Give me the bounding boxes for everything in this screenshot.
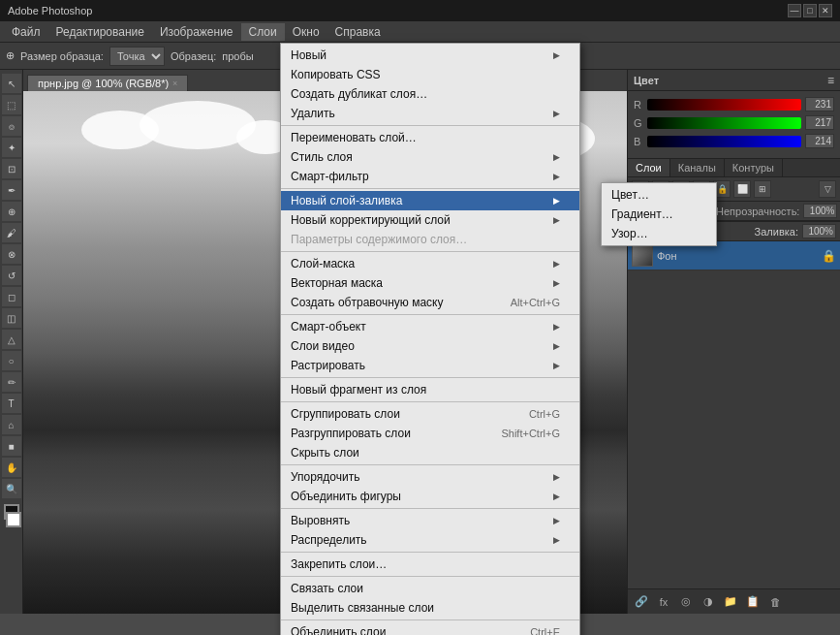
gradient-tool[interactable]: ◫ [2, 308, 21, 328]
sep-10 [281, 576, 579, 577]
submenu-gradient[interactable]: Градиент… [602, 205, 716, 224]
menu-merge-layers[interactable]: Объединить слои Ctrl+E [281, 622, 579, 635]
lasso-tool[interactable]: ⌾ [2, 116, 21, 136]
menu-hide-layers-label: Скрыть слои [291, 446, 359, 460]
menu-hide-layers[interactable]: Скрыть слои [281, 443, 579, 462]
filter-grid-btn[interactable]: ⊞ [754, 180, 771, 198]
blur-tool[interactable]: △ [2, 330, 21, 349]
menu-select-linked[interactable]: Выделить связанные слои [281, 598, 579, 618]
menu-edit[interactable]: Редактирование [48, 23, 152, 41]
menu-new[interactable]: Новый ▶ [281, 46, 579, 65]
menu-align[interactable]: Выровнять ▶ [281, 511, 579, 530]
menu-smart-obj[interactable]: Смарт-объект ▶ [281, 317, 579, 336]
menu-arrange[interactable]: Упорядочить ▶ [281, 467, 579, 487]
menu-group-layers[interactable]: Сгруппировать слои Ctrl+G [281, 404, 579, 424]
minimize-button[interactable]: — [788, 4, 801, 17]
blue-label: B [634, 136, 643, 147]
path-select-tool[interactable]: ⌂ [2, 415, 21, 434]
fill-label: Заливка: [755, 226, 798, 238]
sample-size-select[interactable]: Точка [109, 47, 165, 66]
background-color[interactable] [6, 512, 21, 527]
new-layer-btn[interactable]: 📋 [743, 592, 762, 612]
menu-new-fragment[interactable]: Новый фрагмент из слоя [281, 380, 579, 399]
menu-new-fill[interactable]: Новый слой-заливка ▶ [281, 191, 579, 210]
select-tool[interactable]: ⬚ [2, 95, 21, 114]
tab-label: прнр.jpg @ 100% (RGB/8*) [38, 78, 169, 89]
maximize-button[interactable]: □ [803, 4, 817, 17]
menu-distribute[interactable]: Распределить ▶ [281, 530, 579, 550]
new-group-btn[interactable]: 📁 [721, 592, 740, 612]
menu-link-layers[interactable]: Связать слои [281, 579, 579, 598]
menu-new-adj[interactable]: Новый корректирующий слой ▶ [281, 210, 579, 230]
sep-6 [281, 401, 579, 402]
layer-name: Фон [657, 250, 677, 262]
tab-channels[interactable]: Каналы [670, 159, 725, 176]
opacity-input[interactable] [803, 204, 837, 218]
submenu-color[interactable]: Цвет… [602, 185, 716, 205]
crop-tool[interactable]: ⊡ [2, 159, 21, 178]
healing-tool[interactable]: ⊕ [2, 202, 21, 221]
zoom-tool[interactable]: 🔍 [2, 479, 21, 498]
green-value[interactable] [805, 115, 834, 130]
tab-layers[interactable]: Слои [628, 159, 670, 176]
menu-delete-label: Удалить [291, 107, 335, 120]
layer-dropdown-menu: Новый ▶ Копировать CSS Создать дубликат … [280, 43, 580, 635]
submenu-pattern[interactable]: Узор… [602, 224, 716, 243]
tab-close-button[interactable]: × [172, 79, 177, 88]
canvas-tab[interactable]: прнр.jpg @ 100% (RGB/8*) × [27, 75, 188, 91]
menu-window[interactable]: Окно [285, 23, 327, 41]
color-panel: R G B [628, 91, 840, 159]
menu-layer-mask[interactable]: Слой-маска ▶ [281, 254, 579, 273]
red-slider[interactable] [647, 99, 801, 111]
menu-clipping-mask[interactable]: Создать обтравочную маску Alt+Ctrl+G [281, 293, 579, 312]
menu-lock-layers[interactable]: Закрепить слои… [281, 555, 579, 574]
hand-tool[interactable]: ✋ [2, 458, 21, 477]
eyedropper-tool[interactable]: ✒ [2, 180, 21, 200]
clone-tool[interactable]: ⊗ [2, 244, 21, 264]
menu-delete[interactable]: Удалить ▶ [281, 104, 579, 123]
move-tool[interactable]: ↖ [2, 74, 21, 93]
new-adj-btn[interactable]: ◑ [699, 592, 718, 612]
menu-video-layers[interactable]: Слои видео ▶ [281, 336, 579, 356]
shape-tool[interactable]: ■ [2, 436, 21, 456]
menu-new-fill-label: Новый слой-заливка [291, 194, 402, 207]
fx-btn[interactable]: fx [654, 592, 673, 612]
tab-contours[interactable]: Контуры [725, 159, 783, 176]
menu-duplicate[interactable]: Создать дубликат слоя… [281, 84, 579, 104]
type-tool[interactable]: T [2, 394, 21, 413]
menu-smart-filter-arrow: ▶ [553, 172, 560, 181]
history-brush-tool[interactable]: ↺ [2, 266, 21, 285]
menu-layer[interactable]: Слои [241, 23, 285, 41]
menu-vector-mask[interactable]: Векторная маска ▶ [281, 273, 579, 293]
menu-combine-shapes[interactable]: Объединить фигуры ▶ [281, 487, 579, 506]
dodge-tool[interactable]: ○ [2, 351, 21, 370]
menu-copy-css[interactable]: Копировать CSS [281, 65, 579, 84]
close-button[interactable]: ✕ [819, 4, 832, 17]
menu-help[interactable]: Справка [327, 23, 389, 41]
menu-smart-filter[interactable]: Смарт-фильтр ▶ [281, 167, 579, 186]
red-value[interactable] [805, 97, 834, 111]
menu-layer-mask-arrow: ▶ [553, 259, 560, 269]
add-mask-btn[interactable]: ◎ [676, 592, 696, 612]
pen-tool[interactable]: ✏ [2, 372, 21, 392]
menu-rasterize[interactable]: Растрировать ▶ [281, 356, 579, 375]
fill-input[interactable] [802, 224, 836, 238]
menu-clipping-mask-shortcut: Alt+Ctrl+G [511, 297, 560, 308]
green-slider[interactable] [647, 117, 801, 129]
filter-color-btn[interactable]: ⬜ [733, 180, 751, 198]
menu-layer-style[interactable]: Стиль слоя ▶ [281, 147, 579, 167]
menu-rename[interactable]: Переименовать слой… [281, 128, 579, 147]
color-panel-menu[interactable]: ≡ [827, 74, 834, 87]
magic-wand-tool[interactable]: ✦ [2, 138, 21, 157]
delete-layer-btn[interactable]: 🗑 [765, 592, 785, 612]
eraser-tool[interactable]: ◻ [2, 287, 21, 306]
sep-4 [281, 314, 579, 315]
brush-tool[interactable]: 🖌 [2, 223, 21, 242]
menu-file[interactable]: Файл [4, 23, 48, 41]
blue-slider[interactable] [647, 136, 801, 147]
blue-value[interactable] [805, 134, 834, 148]
menu-image[interactable]: Изображение [152, 23, 241, 41]
link-layers-btn[interactable]: 🔗 [632, 592, 651, 612]
menu-ungroup-layers[interactable]: Разгруппировать слои Shift+Ctrl+G [281, 424, 579, 443]
filter-toggle[interactable]: ▽ [819, 180, 836, 198]
